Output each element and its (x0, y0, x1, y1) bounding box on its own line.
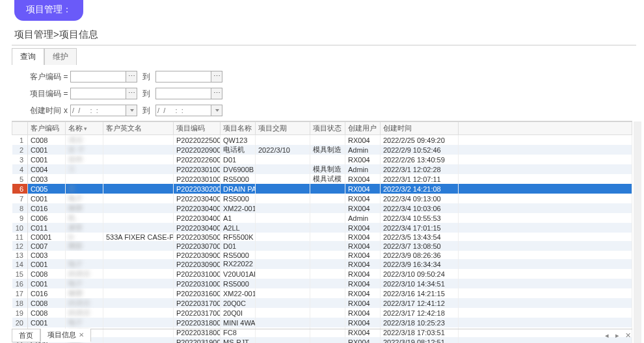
cell-pname: RS5000 (221, 251, 256, 259)
tab-scroll-left-icon[interactable]: ◂ (602, 331, 611, 340)
col-stat[interactable]: 项目状态 (310, 122, 345, 135)
cell-spacer (459, 233, 632, 241)
tab-maintain[interactable]: 维护 (44, 48, 77, 65)
cell-rownum: 9 (12, 213, 28, 223)
dropdown-icon[interactable] (126, 105, 137, 116)
cell-en (103, 184, 174, 194)
cell-time: 2022/3/7 13:08:50 (381, 241, 459, 251)
cell-time: 2022/3/5 13:43:54 (381, 233, 459, 241)
close-icon[interactable]: ✕ (79, 331, 84, 338)
cell-user: Admin (345, 164, 381, 174)
cell-due (256, 174, 310, 184)
cell-rownum: 1 (12, 135, 28, 146)
picker-icon[interactable]: ⋯ (126, 88, 137, 99)
table-row[interactable]: 20C001电子P20220318001MINI 4WAYRX0042022/3… (12, 318, 632, 327)
cell-cust: C008 (28, 308, 66, 318)
col-user[interactable]: 创建用户 (345, 122, 381, 135)
filter-proj-from[interactable] (70, 88, 126, 99)
cell-spacer (459, 213, 632, 223)
cell-stat: 模具试模 (310, 174, 345, 184)
table-row[interactable]: 14C001电子P20220309002RX22022（脚RX0042022/3… (12, 259, 632, 269)
table-row[interactable]: 3C001苏州P20220226003D01RX0042022/2/26 13:… (12, 155, 632, 164)
table-row[interactable]: 4C004三P20220301001DV6900B模具制造Admin2022/3… (12, 164, 632, 174)
cell-user: RX004 (345, 279, 381, 288)
table-row[interactable]: 9C006机P20220304003A1Admin2022/3/4 10:55:… (12, 213, 632, 223)
cell-pname: RX22022（脚 (221, 259, 256, 269)
cell-user: RX004 (345, 308, 381, 318)
col-pcode[interactable]: 项目编码 (174, 122, 221, 135)
col-due[interactable]: 项目交期 (256, 122, 310, 135)
cell-user: RX004 (345, 288, 381, 298)
cell-cust: C011 (28, 223, 66, 233)
cell-stat (310, 298, 345, 308)
table-row[interactable]: 12C007鹏股P20220307001D01RX0042022/3/7 13:… (12, 241, 632, 251)
picker-icon[interactable]: ⋯ (126, 71, 137, 83)
cell-spacer (459, 145, 632, 155)
cell-time: 2022/3/10 09:50:24 (381, 269, 459, 279)
cell-pcode: P20220225001 (174, 135, 221, 146)
table-row[interactable]: 2C001苏 子P20220209001电话机2022/3/10模具制造Admi… (12, 145, 632, 155)
table-row[interactable]: 15C008的清洁P20220310001V20U01ADS3NRX004202… (12, 269, 632, 279)
table-row[interactable]: 16C001电子P20220310002RS5000RX0042022/3/10… (12, 279, 632, 288)
cell-name: 的清洁 (66, 298, 103, 308)
cell-pcode: P20220309002 (174, 259, 221, 269)
filter-time-to[interactable] (155, 105, 211, 116)
dropdown-icon[interactable] (211, 105, 222, 116)
cell-stat (310, 194, 345, 203)
table-row[interactable]: 7C001电子P20220304001RS5000RX0042022/3/4 0… (12, 194, 632, 203)
cell-rownum: 4 (12, 164, 28, 174)
cell-spacer (459, 194, 632, 203)
table-row[interactable]: 18C008的清洁P2022031700120Q0CRX0042022/3/17… (12, 298, 632, 308)
cell-rownum: 20 (12, 318, 28, 327)
picker-icon[interactable]: ⋯ (211, 88, 222, 99)
col-pname[interactable]: 项目名称 (221, 122, 256, 135)
cell-cust: C001 (28, 155, 66, 164)
table-row[interactable]: 5C003P20220301002RS5000模具试模RX0042022/3/1… (12, 174, 632, 184)
cell-time: 2022/3/17 12:42:18 (381, 308, 459, 318)
cell-time: 2022/2/25 09:49:20 (381, 135, 459, 146)
table-row[interactable]: 13C003P20220309001RS5000RX0042022/3/9 08… (12, 251, 632, 259)
table-row[interactable]: 6C005三P20220302001DRAIN PAN-TCRX0042022/… (12, 184, 632, 194)
vertical-scrollbar[interactable] (634, 121, 641, 343)
cell-time: 2022/3/18 10:25:23 (381, 318, 459, 327)
filter-time-from[interactable] (70, 105, 126, 116)
table-row[interactable]: 8C016橡塑P20220304002XM22-001RX0042022/3/4… (12, 203, 632, 213)
filter-cust-to[interactable] (155, 71, 211, 83)
table-row[interactable]: 10C011麦普P20220304004A2LLRX0042022/3/4 17… (12, 223, 632, 233)
cell-due (256, 223, 310, 233)
cell-time: 2022/3/4 09:13:00 (381, 194, 459, 203)
cell-pcode: P20220304001 (174, 194, 221, 203)
doctab-home[interactable]: 首页 (12, 329, 40, 342)
col-rownum[interactable] (12, 122, 28, 135)
tab-query[interactable]: 查询 (12, 48, 44, 65)
table-row[interactable]: 11C0001D533A FIXER CASE-PBAP20220305002R… (12, 233, 632, 241)
cell-rownum: 16 (12, 279, 28, 288)
tab-scroll-right-icon[interactable]: ▸ (613, 331, 622, 340)
col-time[interactable]: 创建时间 (381, 122, 459, 135)
col-cust[interactable]: 客户编码 (28, 122, 66, 135)
cell-stat (310, 184, 345, 194)
filter-icon[interactable]: ▾ (84, 125, 87, 132)
cell-pcode: P20220316001 (174, 288, 221, 298)
cell-stat (310, 288, 345, 298)
cell-due (256, 308, 310, 318)
filter-proj-to[interactable] (155, 88, 211, 99)
cell-due (256, 155, 310, 164)
cell-pname: A1 (221, 213, 256, 223)
cell-pname: DRAIN PAN-TC (221, 184, 256, 194)
doctab-project-info[interactable]: 项目信息✕ (40, 329, 91, 342)
module-button[interactable]: 项目管理： (14, 0, 83, 21)
filter-cust-from[interactable] (70, 71, 126, 83)
table-row[interactable]: 1C008清洁P20220225001QW123RX0042022/2/25 0… (12, 135, 632, 146)
filter-time-op: x (61, 106, 70, 115)
cell-pcode: P20220317001 (174, 298, 221, 308)
picker-icon[interactable]: ⋯ (211, 71, 222, 83)
tab-close-all-icon[interactable]: ✕ (623, 331, 632, 340)
table-row[interactable]: 19C008的清洁P2022031700220Q0IRX0042022/3/17… (12, 308, 632, 318)
col-name[interactable]: 名称▾ (66, 122, 103, 135)
breadcrumb: 项目管理>项目信息 (14, 29, 644, 41)
cell-due: 2022/3/10 (256, 145, 310, 155)
table-row[interactable]: 17C016橡塑P20220316001XM22-001RX0042022/3/… (12, 288, 632, 298)
col-en[interactable]: 客户英文名 (103, 122, 174, 135)
filter-to: 到 (137, 71, 155, 83)
